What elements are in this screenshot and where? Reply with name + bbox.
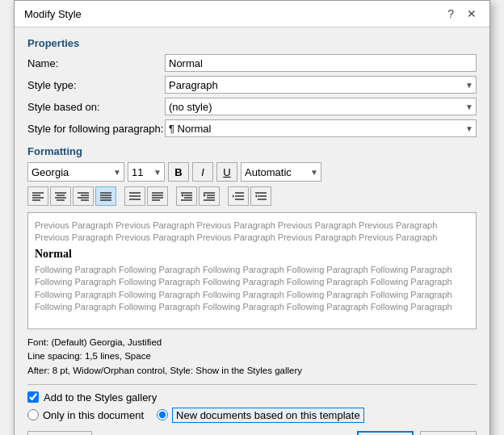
name-row: Name:: [27, 54, 477, 72]
style-following-wrapper: ¶ Normal ▼: [165, 119, 477, 137]
name-input[interactable]: [165, 54, 477, 72]
style-based-label: Style based on:: [27, 101, 165, 113]
style-following-label: Style for following paragraph:: [27, 123, 165, 135]
style-following-select[interactable]: ¶ Normal: [165, 119, 477, 137]
align-thai-button[interactable]: [147, 186, 168, 206]
italic-button[interactable]: I: [192, 162, 213, 182]
close-button[interactable]: ✕: [464, 7, 480, 20]
dialog-title: Modify Style: [24, 8, 82, 20]
preview-previous-text: Previous Paragraph Previous Paragraph Pr…: [35, 220, 469, 245]
align-distribute-button[interactable]: [124, 186, 145, 206]
style-based-row: Style based on: (no style) ▼: [27, 98, 477, 115]
only-this-doc-radio[interactable]: [27, 409, 39, 420]
color-select[interactable]: Automatic: [241, 162, 321, 182]
font-select[interactable]: Georgia: [27, 162, 124, 182]
properties-section: Properties Name: Style type: Paragraph ▼…: [27, 37, 477, 137]
add-to-gallery-label: Add to the Styles gallery: [44, 391, 157, 404]
bold-button[interactable]: B: [168, 162, 189, 182]
preview-normal-text: Normal: [35, 248, 469, 261]
underline-button[interactable]: U: [216, 162, 237, 182]
indent-decrease-button[interactable]: [199, 186, 220, 206]
svg-marker-36: [233, 194, 234, 198]
color-select-wrapper: Automatic ▼: [241, 162, 321, 182]
dialog-body: Properties Name: Style type: Paragraph ▼…: [15, 27, 489, 435]
hanging-indent-button[interactable]: [250, 186, 271, 206]
style-type-select[interactable]: Paragraph: [165, 76, 477, 94]
bottom-row: Format ▼ OK Cancel: [27, 431, 477, 435]
formatting-toolbar-row: Georgia ▼ 11 ▼ B I U: [27, 162, 477, 182]
new-docs-option: New documents based on this template: [157, 408, 364, 423]
indent-increase-button[interactable]: [176, 186, 197, 206]
cancel-button[interactable]: Cancel: [420, 431, 477, 435]
formatting-label: Formatting: [27, 145, 477, 157]
title-bar-controls: ? ✕: [444, 7, 480, 20]
properties-label: Properties: [27, 37, 477, 49]
style-based-wrapper: (no style) ▼: [165, 98, 477, 115]
size-select[interactable]: 11: [128, 162, 165, 182]
formatting-section: Formatting Georgia ▼ 11 ▼ B: [27, 145, 477, 206]
style-description: Font: (Default) Georgia, Justified Line …: [27, 336, 477, 378]
format-button[interactable]: Format ▼: [27, 431, 92, 435]
scope-radio-row: Only in this document New documents base…: [27, 408, 477, 423]
alignment-row: [27, 186, 477, 206]
svg-marker-40: [255, 194, 257, 198]
align-right-button[interactable]: [73, 186, 94, 206]
align-justify-button[interactable]: [95, 186, 116, 206]
style-type-row: Style type: Paragraph ▼: [27, 76, 477, 94]
add-to-gallery-row: Add to the Styles gallery: [27, 391, 477, 404]
preview-box: Previous Paragraph Previous Paragraph Pr…: [27, 212, 477, 329]
style-desc-line1: Font: (Default) Georgia, Justified: [27, 336, 477, 349]
add-to-gallery-checkbox[interactable]: [27, 391, 39, 403]
style-following-row: Style for following paragraph: ¶ Normal …: [27, 119, 477, 137]
align-left-button[interactable]: [27, 186, 48, 206]
size-select-wrapper: 11 ▼: [128, 162, 165, 182]
svg-marker-32: [204, 194, 206, 197]
style-type-wrapper: Paragraph ▼: [165, 76, 477, 94]
new-docs-radio[interactable]: [157, 409, 168, 420]
font-select-wrapper: Georgia ▼: [27, 162, 124, 182]
preview-following-text: Following Paragraph Following Paragraph …: [35, 264, 469, 314]
align-center-button[interactable]: [50, 186, 71, 206]
svg-marker-27: [181, 194, 183, 197]
divider: [27, 384, 477, 385]
style-based-select[interactable]: (no style): [165, 98, 477, 115]
outdent-button[interactable]: [228, 186, 249, 206]
ok-cancel-row: OK Cancel: [357, 431, 477, 435]
style-desc-line3: After: 8 pt, Widow/Orphan control, Style…: [27, 364, 477, 378]
help-button[interactable]: ?: [444, 7, 457, 20]
ok-button[interactable]: OK: [357, 431, 414, 435]
title-bar: Modify Style ? ✕: [15, 1, 489, 27]
new-docs-label: New documents based on this template: [172, 408, 364, 423]
modify-style-dialog: Modify Style ? ✕ Properties Name: Style …: [14, 0, 490, 435]
name-label: Name:: [27, 57, 165, 69]
only-this-doc-option: Only in this document: [27, 409, 144, 421]
style-desc-line2: Line spacing: 1,5 lines, Space: [27, 349, 477, 363]
style-type-label: Style type:: [27, 79, 165, 91]
only-this-doc-label: Only in this document: [43, 409, 144, 421]
